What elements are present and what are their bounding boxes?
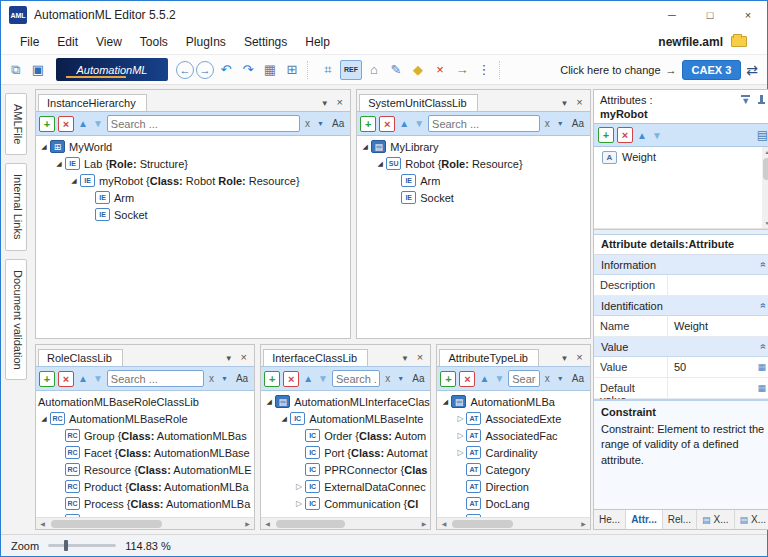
scroll-down-icon[interactable]: ▼: [765, 218, 768, 228]
expander-closed-icon[interactable]: ▷: [454, 431, 466, 440]
tree-row[interactable]: ◢RCAutomationMLBaseRole: [36, 410, 254, 427]
forward-icon[interactable]: →: [196, 61, 214, 79]
caex-change-hint[interactable]: Click here to change: [560, 64, 660, 76]
tree-row[interactable]: ICPort {Class: Automat: [261, 444, 430, 461]
horizontal-scrollbar[interactable]: ◀ ▶: [261, 517, 430, 529]
panel-close-icon[interactable]: ×: [412, 351, 427, 366]
scroll-right-icon[interactable]: ▶: [417, 520, 430, 527]
tree-row[interactable]: ATDocLang: [437, 495, 590, 512]
move-up-icon[interactable]: ▲: [636, 130, 648, 141]
tree-row[interactable]: IESocket: [36, 206, 350, 223]
sidebar-tab-amlfile[interactable]: AMLFile: [5, 93, 27, 155]
menu-tools[interactable]: Tools: [131, 35, 177, 49]
tree-row[interactable]: IEArm: [36, 189, 350, 206]
section-information[interactable]: Information »: [594, 255, 768, 275]
tree-row[interactable]: RCProcess {Class: AutomationMLBa: [36, 495, 254, 512]
new-document-icon[interactable]: ⧉: [6, 60, 26, 80]
menu-file[interactable]: File: [11, 35, 48, 49]
search-options-icon[interactable]: ▼: [315, 120, 326, 127]
expander-closed-icon[interactable]: ▷: [293, 482, 305, 491]
search-input[interactable]: [432, 118, 536, 130]
edit-list-icon[interactable]: ▤: [757, 128, 768, 142]
expander-open-icon[interactable]: ◢: [374, 160, 386, 168]
add-element-button[interactable]: +: [264, 371, 280, 387]
expander-closed-icon[interactable]: ▷: [293, 499, 305, 508]
tree-row[interactable]: ◢▤MyLibrary: [357, 138, 590, 155]
match-case-button[interactable]: Aa: [569, 373, 587, 384]
search-clear-icon[interactable]: x: [543, 118, 552, 129]
panel-tab-interface-class-lib[interactable]: InterfaceClassLib: [263, 349, 368, 366]
expander-open-icon[interactable]: ◢: [278, 415, 290, 423]
scroll-right-icon[interactable]: ▶: [577, 520, 590, 527]
panel-tab-attribute-type-lib[interactable]: AttributeTypeLib: [439, 349, 539, 366]
scrollbar-thumb[interactable]: [452, 520, 513, 528]
tree-row[interactable]: ▷ATAssociatedFac: [437, 427, 590, 444]
move-up-icon[interactable]: ▲: [302, 373, 314, 384]
zoom-slider[interactable]: [48, 544, 116, 547]
sidebar-tab-internal-links[interactable]: Internal Links: [5, 163, 27, 250]
tree-row[interactable]: RCResource {Class: AutomationMLE: [36, 461, 254, 478]
vertical-scrollbar[interactable]: ▲ ▼: [762, 147, 768, 228]
tree-row[interactable]: ATCategory: [437, 461, 590, 478]
panel-menu-icon[interactable]: ▼: [557, 99, 572, 111]
tab-attribute-details[interactable]: Attr...: [626, 510, 663, 529]
menu-view[interactable]: View: [87, 35, 131, 49]
tree-row[interactable]: ◢IEmyRobot {Class: Robot Role: Resource}: [36, 172, 350, 189]
search-input[interactable]: [111, 373, 200, 385]
key-icon[interactable]: ◆: [408, 60, 428, 80]
section-identification[interactable]: Identification »: [594, 296, 768, 316]
expander-open-icon[interactable]: ◢: [359, 143, 371, 151]
expander-open-icon[interactable]: ◢: [439, 398, 451, 406]
move-up-icon[interactable]: ▲: [77, 373, 89, 384]
search-options-icon[interactable]: ▼: [219, 375, 230, 382]
ref-toggle-button[interactable]: REF: [340, 60, 362, 80]
zoom-slider-thumb[interactable]: [64, 540, 68, 551]
tree-row[interactable]: ◢⊞MyWorld: [36, 138, 350, 155]
collapse-icon[interactable]: »: [757, 262, 768, 268]
search-options-icon[interactable]: ▼: [555, 375, 566, 382]
expander-open-icon[interactable]: ◢: [38, 415, 50, 423]
add-element-button[interactable]: +: [39, 116, 55, 132]
panel-close-icon[interactable]: ×: [332, 96, 347, 111]
search-input[interactable]: [512, 373, 536, 385]
tree-row[interactable]: ▷ICExternalDataConnec: [261, 478, 430, 495]
scroll-left-icon[interactable]: ◀: [36, 520, 49, 527]
tree-row[interactable]: ◢IELab {Role: Structure}: [36, 155, 350, 172]
tree-row[interactable]: ◢ICAutomationMLBaseInte: [261, 410, 430, 427]
scrollbar-thumb[interactable]: [276, 520, 345, 528]
search-clear-icon[interactable]: x: [543, 373, 552, 384]
tree-row[interactable]: IESocket: [357, 189, 590, 206]
value-table-icon[interactable]: ▦: [758, 362, 767, 372]
undo-icon[interactable]: ↶: [216, 60, 236, 80]
scroll-right-icon[interactable]: ▶: [241, 520, 254, 527]
menu-help[interactable]: Help: [296, 35, 339, 49]
match-case-button[interactable]: Aa: [329, 118, 347, 129]
panel-menu-icon[interactable]: ▼: [317, 99, 332, 111]
expander-closed-icon[interactable]: ▷: [454, 414, 466, 423]
expander-open-icon[interactable]: ◢: [68, 177, 80, 185]
caex-version-button[interactable]: CAEX 3: [682, 60, 742, 80]
maximize-button[interactable]: □: [691, 1, 729, 29]
move-down-icon[interactable]: ▼: [413, 118, 425, 129]
tree-row[interactable]: ◢SURobot {Role: Resource}: [357, 155, 590, 172]
scroll-left-icon[interactable]: ◀: [261, 520, 274, 527]
scrollbar-thumb[interactable]: [51, 520, 162, 528]
move-down-icon[interactable]: ▼: [651, 130, 663, 141]
menu-plugins[interactable]: PlugIns: [177, 35, 235, 49]
menu-settings[interactable]: Settings: [235, 35, 296, 49]
name-value[interactable]: Weight: [668, 316, 768, 336]
attribute-row-weight[interactable]: A Weight: [594, 147, 768, 167]
overflow-icon[interactable]: ⋮: [474, 60, 494, 80]
default-table-icon[interactable]: ▦: [758, 383, 767, 393]
tree-row[interactable]: ▷ATCardinality: [437, 444, 590, 461]
tree-row[interactable]: RCGroup {Class: AutomationMLBas: [36, 427, 254, 444]
search-options-icon[interactable]: ▼: [395, 375, 406, 382]
panel-tab-role-class-lib[interactable]: RoleClassLib: [38, 349, 123, 366]
tree-row[interactable]: ◢▤AutomationMLInterfaceClas: [261, 393, 430, 410]
filter-icon[interactable]: ▼: [741, 95, 750, 105]
move-up-icon[interactable]: ▲: [77, 118, 89, 129]
horizontal-scrollbar[interactable]: ◀ ▶: [36, 517, 254, 529]
tab-relation-details[interactable]: Rel...: [663, 510, 697, 529]
expander-open-icon[interactable]: ◢: [38, 143, 50, 151]
description-value[interactable]: [668, 275, 768, 295]
